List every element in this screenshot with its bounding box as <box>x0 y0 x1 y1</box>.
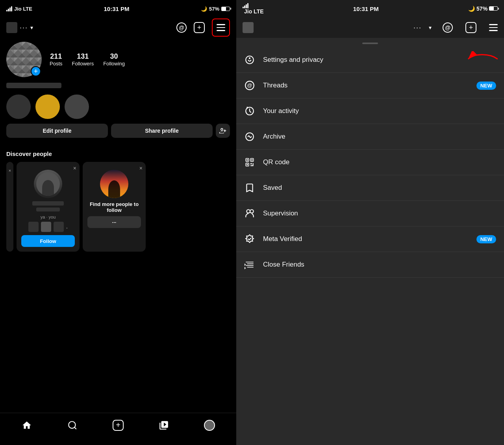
reels-icon <box>159 420 169 430</box>
saved-label: Saved <box>263 184 496 192</box>
left-carrier: Jio LTE <box>6 6 32 12</box>
follow-button-1[interactable]: Follow <box>21 235 75 247</box>
card-close-1[interactable]: × <box>73 165 76 171</box>
nav-profile[interactable] <box>200 417 219 434</box>
svg-rect-12 <box>246 164 248 165</box>
posts-stat[interactable]: 211 Posts <box>50 52 63 67</box>
profile-header: + 211 Posts 131 Followers 30 Following <box>6 42 230 77</box>
dots-icon: ··· <box>20 24 28 32</box>
right-add-icon[interactable]: + <box>465 22 476 33</box>
add-person-button[interactable] <box>216 124 230 138</box>
discover-card-2: × Find more people to follow ··· <box>83 162 146 252</box>
nav-search[interactable] <box>63 417 82 434</box>
follow-button-2[interactable]: ··· <box>87 216 141 228</box>
following-count: 30 <box>110 52 118 61</box>
profile-square-icon <box>6 22 17 33</box>
card-name-1 <box>32 201 64 211</box>
archive-label: Archive <box>263 133 496 141</box>
following-label: Following <box>103 61 125 67</box>
menu-item-closefriends[interactable]: Close Friends <box>236 252 504 278</box>
svg-point-0 <box>69 421 75 428</box>
signal-bars <box>6 6 12 11</box>
highlight-item-3[interactable] <box>65 95 89 119</box>
closefriends-icon <box>244 259 255 270</box>
svg-point-18 <box>250 210 254 213</box>
closefriends-label: Close Friends <box>263 261 496 269</box>
menu-item-saved[interactable]: Saved <box>236 175 504 201</box>
right-moon-icon: 🌙 <box>468 6 475 12</box>
nav-reels[interactable] <box>154 417 174 434</box>
nav-add[interactable]: + <box>108 417 128 434</box>
card-text-2: Find more people to follow <box>87 201 141 213</box>
menu-item-activity[interactable]: Your activity <box>236 98 504 124</box>
threads-new-badge: NEW <box>476 82 496 90</box>
metaverified-icon <box>244 234 255 245</box>
menu-item-qrcode[interactable]: QR code <box>236 150 504 175</box>
threads-icon[interactable]: @ <box>176 22 187 33</box>
right-panel: Jio LTE 10:31 PM 🌙 57% ··· ▾ @ + <box>236 0 504 445</box>
qrcode-icon <box>244 157 255 168</box>
card-avatar-1 <box>34 170 62 198</box>
red-arrow <box>466 51 498 69</box>
right-profile-square <box>243 22 254 33</box>
followers-stat[interactable]: 131 Followers <box>72 52 94 67</box>
menu-item-supervision[interactable]: Supervision <box>236 201 504 226</box>
discover-cards: × × ya · <box>6 162 230 252</box>
right-signal-bars <box>243 3 264 8</box>
saved-icon <box>244 182 255 193</box>
share-profile-button[interactable]: Share profile <box>111 124 213 138</box>
card-close-2[interactable]: × <box>139 165 143 171</box>
menu-item-settings[interactable]: Settings and privacy <box>236 47 504 73</box>
followers-count: 131 <box>77 52 89 61</box>
search-icon <box>67 420 78 430</box>
card-avatar-2 <box>100 170 128 198</box>
svg-rect-15 <box>250 165 254 166</box>
battery-icon <box>221 7 230 11</box>
add-post-icon[interactable]: + <box>194 22 205 33</box>
edit-profile-button[interactable]: Edit profile <box>6 124 108 138</box>
discover-section: Discover people × × <box>0 144 236 252</box>
right-threads-icon[interactable]: @ <box>443 22 453 33</box>
svg-rect-10 <box>251 159 252 160</box>
svg-marker-23 <box>245 263 246 266</box>
menu-item-archive[interactable]: Archive <box>236 124 504 150</box>
svg-text:@: @ <box>247 82 252 88</box>
username-dropdown[interactable]: ··· ▾ <box>6 22 33 33</box>
highlight-item-yellow[interactable] <box>35 95 60 119</box>
threads-label: Threads <box>263 82 469 89</box>
profile-nav-avatar <box>204 420 215 431</box>
svg-point-17 <box>246 210 250 213</box>
right-hamburger[interactable] <box>489 24 498 31</box>
menu-item-threads[interactable]: @ Threads NEW <box>236 73 504 98</box>
menu-list: Settings and privacy @ <box>236 47 504 445</box>
followers-label: Followers <box>72 61 94 67</box>
discover-card-1: × ya · you <box>17 162 80 252</box>
settings-label: Settings and privacy <box>263 56 496 64</box>
activity-label: Your activity <box>263 107 496 115</box>
highlight-item[interactable] <box>6 95 31 119</box>
left-panel: Jio LTE 10:31 PM 🌙 57% ··· ▾ @ + <box>0 0 236 445</box>
discover-card-partial: × <box>6 162 13 252</box>
svg-rect-16 <box>253 164 254 165</box>
settings-icon <box>244 54 255 65</box>
supervision-label: Supervision <box>263 210 496 217</box>
right-carrier: Jio LTE <box>243 3 264 15</box>
menu-item-metaverified[interactable]: Meta Verified NEW <box>236 226 504 252</box>
add-icon: + <box>113 420 124 431</box>
archive-icon <box>244 131 255 142</box>
right-status-bar: Jio LTE 10:31 PM 🌙 57% <box>236 0 504 17</box>
nav-home[interactable] <box>17 417 37 434</box>
svg-rect-13 <box>250 163 252 164</box>
right-time: 10:31 PM <box>353 6 379 12</box>
action-buttons: Edit profile Share profile <box>0 124 236 138</box>
posts-count: 211 <box>50 52 62 61</box>
menu-button[interactable] <box>212 19 230 37</box>
following-stat[interactable]: 30 Following <box>103 52 125 67</box>
stats-row: 211 Posts 131 Followers 30 Following <box>50 52 230 67</box>
svg-marker-24 <box>245 267 246 269</box>
left-status-bar: Jio LTE 10:31 PM 🌙 57% <box>0 0 236 17</box>
add-story-button[interactable]: + <box>31 66 41 76</box>
right-dots: ··· <box>413 24 422 32</box>
discover-title: Discover people <box>6 150 230 157</box>
left-battery: 🌙 57% <box>201 6 230 12</box>
